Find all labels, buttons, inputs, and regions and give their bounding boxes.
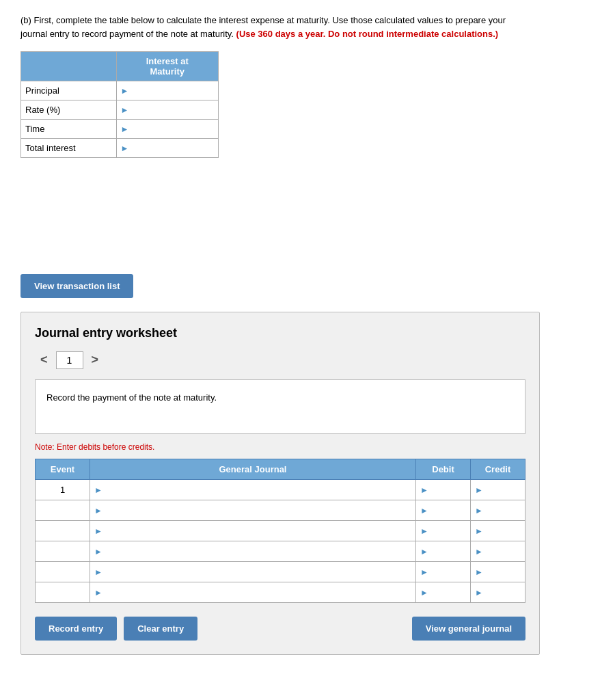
col-header-general-journal: General Journal <box>90 459 416 480</box>
tab-navigation: < 1 > <box>35 350 525 370</box>
interest-table-header: Interest atMaturity <box>116 52 219 81</box>
tab-prev-button[interactable]: < <box>35 350 53 370</box>
interest-row-label: Principal <box>21 81 117 100</box>
journal-table-row: ►►► <box>36 521 525 541</box>
journal-debit-cell[interactable]: ► <box>416 480 471 500</box>
tab-next-button[interactable]: > <box>86 350 105 370</box>
journal-title: Journal entry worksheet <box>35 326 525 340</box>
journal-event-cell <box>36 582 90 603</box>
journal-general-cell[interactable]: ► <box>90 480 416 500</box>
journal-general-cell[interactable]: ► <box>90 521 416 541</box>
intro-text-warning: (Use 360 days a year. Do not round inter… <box>236 29 499 39</box>
journal-credit-cell[interactable]: ► <box>471 480 525 500</box>
journal-table-row: 1►►► <box>36 480 525 500</box>
journal-container: Journal entry worksheet < 1 > Record the… <box>20 312 540 655</box>
journal-table-row: ►►► <box>36 562 525 582</box>
journal-event-cell <box>36 521 90 541</box>
journal-credit-cell[interactable]: ► <box>471 582 525 603</box>
journal-event-cell <box>36 500 90 521</box>
col-header-debit: Debit <box>416 459 471 480</box>
view-transaction-button[interactable]: View transaction list <box>20 274 133 298</box>
intro-text: (b) First, complete the table below to c… <box>20 14 512 40</box>
description-text: Record the payment of the note at maturi… <box>46 392 217 403</box>
note-text: Note: Enter debits before credits. <box>35 442 525 452</box>
interest-row-label: Total interest <box>21 139 117 158</box>
interest-row-label: Time <box>21 120 117 139</box>
description-box: Record the payment of the note at maturi… <box>35 379 525 434</box>
interest-table-row: Time► <box>21 120 219 139</box>
clear-entry-button[interactable]: Clear entry <box>124 617 197 641</box>
interest-table-row: Rate (%)► <box>21 100 219 120</box>
tab-number[interactable]: 1 <box>56 351 83 369</box>
view-general-journal-button[interactable]: View general journal <box>412 617 525 641</box>
journal-table-row: ►►► <box>36 500 525 521</box>
journal-event-cell <box>36 541 90 562</box>
journal-general-cell[interactable]: ► <box>90 582 416 603</box>
journal-event-cell: 1 <box>36 480 90 500</box>
journal-table-row: ►►► <box>36 582 525 603</box>
col-header-event: Event <box>36 459 90 480</box>
journal-table-row: ►►► <box>36 541 525 562</box>
record-entry-button[interactable]: Record entry <box>35 617 117 641</box>
journal-general-cell[interactable]: ► <box>90 562 416 582</box>
interest-table-row: Principal► <box>21 81 219 100</box>
journal-credit-cell[interactable]: ► <box>471 541 525 562</box>
interest-row-input[interactable]: ► <box>116 81 219 100</box>
journal-debit-cell[interactable]: ► <box>416 562 471 582</box>
interest-row-input[interactable]: ► <box>116 100 219 120</box>
journal-event-cell <box>36 562 90 582</box>
journal-debit-cell[interactable]: ► <box>416 521 471 541</box>
journal-debit-cell[interactable]: ► <box>416 582 471 603</box>
journal-general-cell[interactable]: ► <box>90 541 416 562</box>
interest-row-input[interactable]: ► <box>116 139 219 158</box>
interest-row-input[interactable]: ► <box>116 120 219 139</box>
button-row: Record entry Clear entry View general jo… <box>35 617 525 641</box>
interest-table: Interest atMaturity Principal►Rate (%)►T… <box>20 51 219 158</box>
interest-table-row: Total interest► <box>21 139 219 158</box>
journal-general-cell[interactable]: ► <box>90 500 416 521</box>
spacer <box>20 178 594 274</box>
col-header-credit: Credit <box>471 459 525 480</box>
journal-credit-cell[interactable]: ► <box>471 500 525 521</box>
journal-credit-cell[interactable]: ► <box>471 562 525 582</box>
interest-row-label: Rate (%) <box>21 100 117 120</box>
journal-debit-cell[interactable]: ► <box>416 541 471 562</box>
journal-credit-cell[interactable]: ► <box>471 521 525 541</box>
journal-entry-table: Event General Journal Debit Credit 1►►►►… <box>35 459 525 603</box>
interest-table-empty-header <box>21 52 117 81</box>
journal-debit-cell[interactable]: ► <box>416 500 471 521</box>
